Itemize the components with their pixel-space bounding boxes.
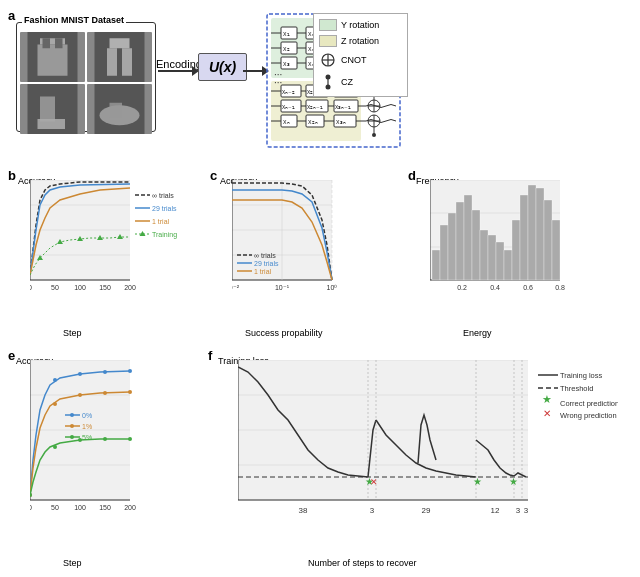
mnist-title: Fashion MNIST Dataset: [22, 15, 126, 25]
circuit-legend: Y rotation Z rotation CNOT: [313, 13, 408, 97]
panel-e-x-label: Step: [63, 558, 82, 568]
svg-rect-165: [520, 195, 528, 280]
svg-point-192: [53, 402, 57, 406]
svg-rect-4: [55, 38, 63, 48]
svg-text:100: 100: [74, 504, 86, 511]
svg-text:10⁻¹: 10⁻¹: [275, 284, 290, 291]
svg-text:3: 3: [370, 506, 375, 515]
svg-rect-160: [480, 230, 488, 280]
panel-b: b Accuracy 1.0 0.7 0.5 0: [8, 168, 193, 338]
svg-text:✕: ✕: [370, 477, 378, 487]
panel-f-x-label: Number of steps to recover: [308, 558, 417, 568]
legend-cz: CZ: [319, 73, 402, 91]
svg-text:12: 12: [491, 506, 500, 515]
svg-point-199: [103, 437, 107, 441]
svg-text:★: ★: [473, 476, 482, 487]
svg-rect-2: [38, 45, 68, 76]
svg-point-190: [128, 369, 132, 373]
svg-rect-166: [528, 185, 536, 280]
svg-text:10⁰: 10⁰: [327, 284, 338, 291]
panel-c-x-label: Success propability: [245, 328, 323, 338]
encoding-arrow: [158, 70, 193, 72]
svg-text:★: ★: [542, 393, 552, 405]
panel-b-x-label: Step: [63, 328, 82, 338]
svg-rect-169: [552, 220, 560, 280]
svg-rect-154: [432, 250, 440, 280]
svg-text:1%: 1%: [82, 423, 92, 430]
panel-e-chart: Accuracy 1.0 0.7 0.5 0 50 100 150 200: [8, 348, 193, 568]
svg-text:✕: ✕: [543, 408, 551, 419]
svg-text:3: 3: [516, 506, 521, 515]
mnist-img-2: [87, 32, 152, 82]
legend-z-rotation: Z rotation: [319, 35, 402, 47]
svg-text:x₃ₙ: x₃ₙ: [336, 118, 346, 125]
figure-container: a Fashion MNIST Dataset: [0, 0, 640, 577]
legend-y-rotation: Y rotation: [319, 19, 402, 31]
svg-text:Training loss: Training loss: [560, 371, 602, 380]
svg-point-208: [70, 435, 74, 439]
svg-rect-14: [110, 103, 123, 118]
svg-text:150: 150: [99, 284, 111, 291]
encoding-label: Encoding: [156, 58, 202, 70]
svg-text:∞ trials: ∞ trials: [152, 192, 174, 199]
svg-point-195: [128, 390, 132, 394]
svg-rect-161: [488, 235, 496, 280]
panel-a-label: a: [8, 8, 15, 23]
svg-text:150: 150: [99, 504, 111, 511]
svg-rect-156: [448, 213, 456, 280]
legend-cnot: CNOT: [319, 51, 402, 69]
panel-d-chart: Frequency 60 40 20 0 0.2 0.4 0.6 0.8: [408, 168, 628, 338]
svg-text:xₙ₋₁: xₙ₋₁: [282, 103, 295, 110]
svg-text:xₙ₋₂: xₙ₋₂: [282, 88, 295, 95]
svg-text:Wrong prediction: Wrong prediction: [560, 411, 617, 420]
svg-rect-10: [40, 97, 55, 122]
svg-text:x₂: x₂: [283, 45, 290, 52]
svg-point-193: [78, 393, 82, 397]
svg-text:200: 200: [124, 284, 136, 291]
svg-text:5%: 5%: [82, 434, 92, 441]
panel-a: a Fashion MNIST Dataset: [8, 8, 408, 163]
svg-text:x₃: x₃: [283, 60, 290, 67]
panel-c-chart: Accuracy 1.0 0.9 10⁻² 10⁻¹ 10⁰: [210, 168, 395, 338]
svg-text:xₙ: xₙ: [283, 118, 290, 125]
svg-text:0%: 0%: [82, 412, 92, 419]
svg-text:29: 29: [422, 506, 431, 515]
svg-text:10⁻²: 10⁻²: [232, 284, 240, 291]
svg-text:1 trial: 1 trial: [254, 268, 272, 275]
panel-b-chart: Accuracy 1.0 0.7 0.5 0 50 10: [8, 168, 193, 338]
svg-rect-167: [536, 188, 544, 280]
svg-point-86: [326, 75, 331, 80]
panel-d-x-label: Energy: [463, 328, 492, 338]
svg-point-87: [326, 85, 331, 90]
mnist-img-1: [20, 32, 85, 82]
svg-rect-168: [544, 200, 552, 280]
svg-text:3: 3: [524, 506, 529, 515]
svg-rect-11: [38, 119, 66, 129]
panel-f: f Training loss 0.6 0.4 0.2 0: [208, 348, 628, 568]
svg-text:0.4: 0.4: [490, 284, 500, 291]
svg-rect-7: [107, 48, 117, 76]
arrow-line: [158, 70, 193, 72]
panel-e: e Accuracy 1.0 0.7 0.5 0 50 100 150: [8, 348, 193, 568]
svg-text:x₁: x₁: [283, 30, 290, 37]
svg-point-81: [372, 133, 376, 137]
svg-rect-162: [496, 242, 504, 280]
svg-point-189: [103, 370, 107, 374]
svg-text:Threshold: Threshold: [560, 384, 593, 393]
svg-text:29 trials: 29 trials: [152, 205, 177, 212]
mnist-img-3: [20, 84, 85, 134]
u-arrow: [243, 70, 263, 72]
svg-point-197: [53, 445, 57, 449]
svg-text:0.6: 0.6: [523, 284, 533, 291]
svg-point-205: [70, 424, 74, 428]
svg-text:0.8: 0.8: [555, 284, 565, 291]
svg-text:50: 50: [51, 284, 59, 291]
svg-text:∞ trials: ∞ trials: [254, 252, 276, 259]
panel-d: d Frequency 60 40 20 0 0.2 0.4 0.6 0.: [408, 168, 628, 338]
svg-rect-157: [456, 202, 464, 280]
svg-text:x₃ₙ₋₁: x₃ₙ₋₁: [335, 103, 351, 110]
svg-text:0: 0: [30, 504, 32, 511]
svg-text:0: 0: [30, 284, 32, 291]
u-box: U(x): [198, 53, 247, 81]
svg-point-188: [78, 372, 82, 376]
